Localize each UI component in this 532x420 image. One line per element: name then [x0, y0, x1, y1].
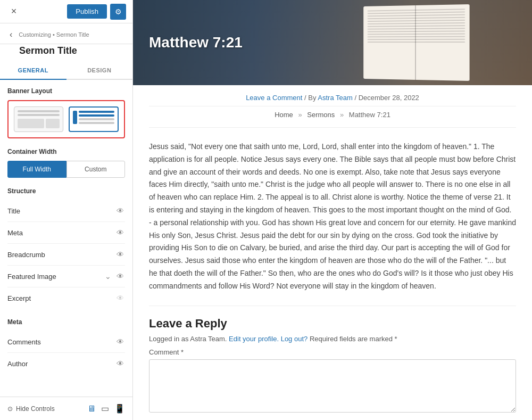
breadcrumb-sep-2: »: [340, 111, 344, 119]
excerpt-visibility-button[interactable]: 👁: [115, 293, 125, 303]
device-icons: 🖥 ▭ 📱: [87, 403, 125, 414]
leave-comment-link[interactable]: Leave a Comment: [246, 94, 302, 102]
author-link[interactable]: Astra Team: [318, 94, 353, 102]
panel-content: Banner Layout: [0, 80, 132, 397]
meta-comments-label: Comments: [7, 338, 41, 346]
preview-panel: Matthew 7:21 Leave a Comment / By Astra …: [133, 0, 532, 420]
structure-label: Structure: [7, 187, 125, 195]
post-meta: Leave a Comment / By Astra Team / Decemb…: [149, 85, 516, 106]
post-breadcrumb: Home » Sermons » Matthew 7:21: [149, 106, 516, 128]
comment-textarea[interactable]: [149, 359, 516, 413]
back-button[interactable]: ‹: [7, 29, 14, 40]
meta-visibility-button[interactable]: 👁: [115, 227, 125, 238]
publish-row: Publish ⚙: [67, 4, 126, 20]
featured-image-visibility-button[interactable]: 👁: [115, 271, 125, 282]
layout-option-2[interactable]: [69, 106, 119, 132]
structure-title-label: Title: [7, 207, 20, 215]
container-width-section: Container Width Full Width Custom: [7, 148, 125, 178]
title-visibility-button[interactable]: 👁: [115, 205, 125, 216]
structure-excerpt-label: Excerpt: [7, 294, 31, 302]
customizer-panel: × Publish ⚙ ‹ Customizing • Sermon Title…: [0, 0, 133, 420]
structure-item-breadcrumb: Breadcrumb 👁: [7, 244, 125, 266]
structure-item-meta: Meta 👁: [7, 222, 125, 244]
tab-general[interactable]: GENERAL: [0, 62, 66, 80]
meta-section: Meta Comments 👁 Author 👁: [7, 318, 125, 374]
hero-title: Matthew 7:21: [133, 34, 259, 51]
structure-featured-image-label: Featured Image: [7, 273, 56, 281]
structure-section: Structure Title 👁 Meta 👁 Brea: [7, 187, 125, 309]
banner-layout-section: Banner Layout: [7, 87, 125, 138]
comments-section: Leave a Reply Logged in as Astra Team. E…: [149, 306, 516, 420]
hide-controls-label: Hide Controls: [16, 405, 55, 413]
featured-image-chevron-button[interactable]: ⌄: [104, 271, 112, 282]
hero-image: Matthew 7:21: [133, 0, 532, 85]
section-title: Sermon Title: [0, 45, 132, 62]
layout-option-1[interactable]: [14, 106, 63, 132]
close-button[interactable]: ×: [6, 4, 21, 19]
publish-button[interactable]: Publish: [67, 4, 107, 19]
meta-separator-1: / By: [304, 94, 318, 102]
breadcrumb-text: Customizing • Sermon Title: [19, 31, 89, 38]
structure-meta-label: Meta: [7, 229, 23, 237]
current-breadcrumb: Matthew 7:21: [349, 111, 390, 119]
author-visibility-button[interactable]: 👁: [115, 358, 125, 369]
breadcrumb-nav: ‹ Customizing • Sermon Title: [0, 23, 132, 44]
structure-item-featured-image: Featured Image ⌄ 👁: [7, 266, 125, 287]
edit-profile-link[interactable]: Edit your profile.: [229, 335, 279, 343]
required-note: Required fields are marked *: [310, 335, 397, 343]
structure-item-title: Title 👁: [7, 200, 125, 222]
custom-width-button[interactable]: Custom: [66, 161, 126, 178]
content-area: Leave a Comment / By Astra Team / Decemb…: [133, 85, 532, 420]
breadcrumb-visibility-button[interactable]: 👁: [115, 249, 125, 260]
structure-breadcrumb-label: Breadcrumb: [7, 251, 45, 259]
structure-item-excerpt: Excerpt 👁: [7, 287, 125, 309]
leave-reply-title: Leave a Reply: [149, 317, 516, 331]
meta-item-comments: Comments 👁: [7, 331, 125, 353]
meta-item-author: Author 👁: [7, 353, 125, 374]
hide-controls-toggle[interactable]: ⊙ Hide Controls: [7, 405, 55, 413]
meta-separator-2: / December 28, 2022: [354, 94, 419, 102]
logged-in-as: Logged in as Astra Team. Edit your profi…: [149, 335, 516, 343]
banner-layout-options: [7, 100, 125, 138]
full-width-button[interactable]: Full Width: [7, 161, 66, 178]
log-out-link[interactable]: Log out?: [281, 335, 308, 343]
gear-button[interactable]: ⚙: [110, 4, 126, 20]
meta-section-label: Meta: [7, 318, 125, 326]
breadcrumb-sep-1: »: [298, 111, 302, 119]
top-bar: × Publish ⚙: [0, 0, 132, 23]
comment-label: Comment *: [149, 348, 516, 356]
bible-image: [363, 4, 469, 81]
container-width-label: Container Width: [7, 148, 125, 155]
article-body: Jesus said, "Not every one that saith un…: [149, 128, 516, 306]
container-width-buttons: Full Width Custom: [7, 161, 125, 178]
comments-visibility-button[interactable]: 👁: [115, 336, 125, 347]
tablet-device-button[interactable]: ▭: [101, 403, 109, 414]
meta-author-label: Author: [7, 360, 28, 368]
bottom-bar: ⊙ Hide Controls 🖥 ▭ 📱: [0, 397, 132, 420]
tab-design[interactable]: DESIGN: [66, 62, 133, 80]
bible-lines: [368, 9, 465, 76]
tabs: GENERAL DESIGN: [0, 62, 132, 80]
sermons-breadcrumb-link[interactable]: Sermons: [307, 111, 335, 119]
hide-controls-icon: ⊙: [7, 405, 13, 413]
home-breadcrumb-link[interactable]: Home: [275, 111, 293, 119]
desktop-device-button[interactable]: 🖥: [87, 403, 96, 414]
banner-layout-label: Banner Layout: [7, 87, 125, 95]
mobile-device-button[interactable]: 📱: [114, 403, 125, 414]
